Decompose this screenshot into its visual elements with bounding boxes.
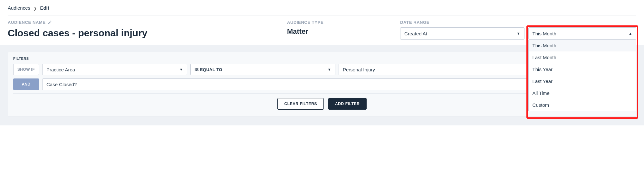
filter-field-select[interactable]: Case Closed? ▼ [42, 78, 560, 90]
date-range-option[interactable]: Custom [529, 99, 636, 111]
audience-type-label: AUDIENCE TYPE [287, 20, 382, 25]
breadcrumb-current: Edit [40, 5, 49, 11]
and-badge: AND [13, 78, 39, 90]
caret-down-icon: ▼ [517, 32, 520, 35]
date-range-label: DATE RANGE [400, 20, 636, 25]
caret-up-icon: ▲ [629, 32, 632, 35]
filter-field-select[interactable]: Practice Area ▼ [42, 64, 187, 75]
chevron-right-icon: ❯ [34, 6, 37, 11]
caret-down-icon: ▼ [179, 68, 183, 71]
date-range-option[interactable]: All Time [529, 87, 636, 99]
audience-type: Matter [287, 27, 382, 36]
header-row: AUDIENCE NAME Closed cases - personal in… [0, 15, 644, 45]
audience-name-label: AUDIENCE NAME [8, 20, 272, 25]
date-field-select[interactable]: Created At ▼ [400, 27, 524, 40]
showif-badge: SHOW IF [13, 64, 39, 75]
filter-operator-select[interactable]: IS EQUAL TO ▼ [190, 64, 335, 75]
add-filter-button[interactable]: ADD FILTER [328, 98, 366, 110]
date-range-select[interactable]: This Month ▲ [528, 27, 636, 40]
breadcrumb-root[interactable]: Audiences [8, 5, 30, 11]
date-range-option[interactable]: This Year [529, 63, 636, 75]
breadcrumb: Audiences ❯ Edit [0, 0, 644, 13]
audience-name[interactable]: Closed cases - personal injury [8, 27, 272, 39]
pencil-icon[interactable] [48, 20, 52, 24]
date-range-option[interactable]: Last Year [529, 75, 636, 87]
date-range-dropdown: This Month Last Month This Year Last Yea… [528, 40, 636, 111]
clear-filters-button[interactable]: CLEAR FILTERS [277, 98, 324, 110]
caret-down-icon: ▼ [328, 68, 331, 71]
date-range-option[interactable]: This Month [529, 40, 636, 51]
date-range-option[interactable]: Last Month [529, 51, 636, 63]
